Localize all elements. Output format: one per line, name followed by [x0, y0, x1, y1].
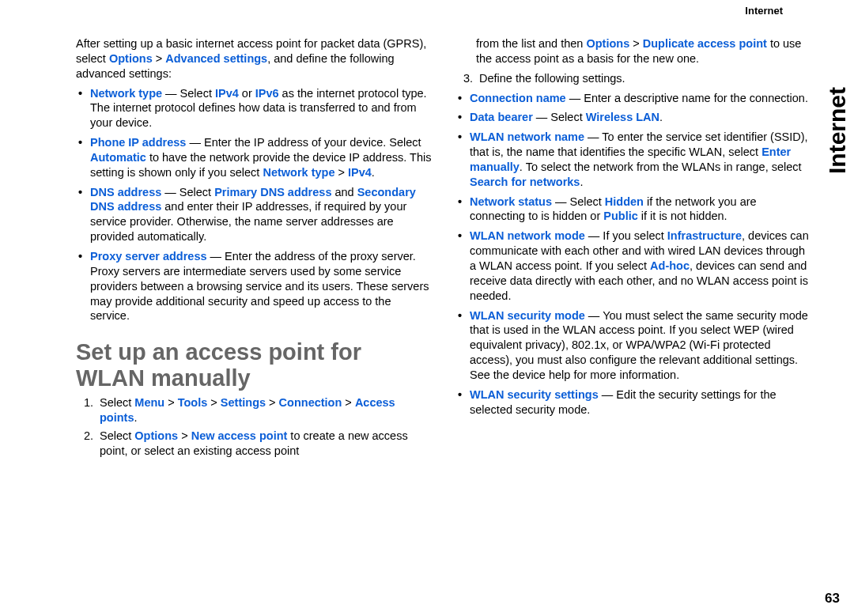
ipv4-link: IPv4: [348, 166, 372, 179]
step-3: Define the following settings.: [476, 71, 811, 86]
side-tab-label: Internet: [824, 16, 852, 174]
text: — Select: [552, 195, 605, 208]
list-item-dns: DNS address — Select Primary DNS address…: [90, 185, 432, 244]
infrastructure-link: Infrastructure: [667, 229, 742, 242]
text: — If you select: [585, 229, 667, 242]
text: .: [134, 411, 138, 424]
label: DNS address: [90, 186, 161, 198]
settings-link: Settings: [221, 396, 266, 409]
text: — Select: [162, 87, 215, 100]
text: if it is not hidden.: [638, 210, 727, 222]
separator: >: [342, 396, 355, 409]
separator: >: [178, 429, 191, 442]
step-2: Select Options > New access point to cre…: [96, 429, 432, 459]
section-title: Set up an access point for WLAN manually: [76, 339, 432, 391]
text: from the list and then: [476, 37, 586, 50]
list-item-network-type: Network type — Select IPv4 or IPv6 as th…: [90, 86, 432, 131]
list-item-phone-ip: Phone IP address — Enter the IP address …: [90, 135, 432, 180]
text: and: [331, 186, 357, 198]
wlan-settings-list: Connection name — Enter a descriptive na…: [455, 91, 811, 418]
list-item-proxy: Proxy server address — Enter the address…: [90, 249, 432, 323]
separator: >: [334, 166, 348, 179]
separator: >: [266, 396, 279, 409]
label: Data bearer: [470, 111, 533, 123]
list-item-wlan-mode: WLAN network mode — If you select Infras…: [470, 229, 811, 303]
primary-dns-link: Primary DNS address: [214, 186, 331, 198]
list-item-network-status: Network status — Select Hidden if the ne…: [470, 195, 811, 225]
text: .: [659, 111, 663, 123]
ipv4-link: IPv4: [215, 87, 239, 100]
label: Network type: [90, 87, 162, 100]
advanced-settings-list: Network type — Select IPv4 or IPv6 as th…: [76, 86, 432, 324]
list-item-wlan-name: WLAN network name — To enter the service…: [470, 130, 811, 189]
tools-link: Tools: [178, 396, 208, 409]
network-type-link: Network type: [263, 166, 334, 179]
text: . To select the network from the WLANs i…: [520, 161, 802, 173]
hidden-link: Hidden: [605, 195, 644, 208]
text: Select: [100, 429, 134, 442]
list-item-connection-name: Connection name — Enter a descriptive na…: [470, 91, 811, 106]
search-networks-link: Search for networks: [470, 176, 580, 188]
text: .: [580, 176, 583, 188]
label: WLAN security mode: [470, 309, 585, 322]
options-link: Options: [586, 37, 629, 50]
ipv6-link: IPv6: [255, 87, 279, 100]
list-item-wlan-security-settings: WLAN security settings — Edit the securi…: [470, 387, 811, 418]
two-column-layout: After setting up a basic internet access…: [76, 36, 811, 590]
separator: >: [164, 396, 178, 409]
separator: >: [153, 52, 166, 65]
separator: >: [629, 37, 643, 50]
ad-hoc-link: Ad-hoc: [650, 259, 690, 272]
new-access-point-link: New access point: [191, 429, 288, 442]
left-column: After setting up a basic internet access…: [76, 36, 432, 590]
label: Connection name: [470, 92, 566, 104]
text: — Select: [161, 186, 214, 198]
separator: >: [207, 396, 221, 409]
manual-page: { "header": { "topic": "Internet" }, "si…: [0, 0, 854, 616]
list-item-data-bearer: Data bearer — Select Wireless LAN.: [470, 110, 811, 125]
text: — Enter the IP address of your device. S…: [186, 136, 421, 149]
setup-steps-cont: Define the following settings.: [455, 71, 811, 86]
step-2-continued: from the list and then Options > Duplica…: [455, 36, 811, 66]
setup-steps: Select Menu > Tools > Settings > Connect…: [76, 395, 432, 458]
connection-link: Connection: [279, 396, 342, 409]
step-1: Select Menu > Tools > Settings > Connect…: [96, 395, 432, 425]
text: Select: [100, 396, 134, 409]
duplicate-access-point-link: Duplicate access point: [643, 37, 767, 50]
list-item-wlan-security-mode: WLAN security mode — You must select the…: [470, 308, 811, 383]
text: — Enter a descriptive name for the conne…: [566, 92, 808, 104]
label: WLAN network mode: [470, 229, 585, 242]
right-column: from the list and then Options > Duplica…: [455, 36, 811, 590]
menu-link: Menu: [134, 396, 164, 409]
wireless-lan-link: Wireless LAN: [586, 111, 659, 123]
text: — Select: [533, 111, 586, 123]
options-link: Options: [109, 52, 153, 65]
text: or: [239, 87, 255, 100]
label: Network status: [470, 195, 552, 208]
header-topic: Internet: [745, 5, 783, 17]
advanced-settings-link: Advanced settings: [165, 52, 267, 65]
page-number: 63: [825, 591, 840, 607]
label: Proxy server address: [90, 250, 207, 263]
intro-paragraph: After setting up a basic internet access…: [76, 36, 432, 81]
label: WLAN security settings: [470, 388, 599, 401]
public-link: Public: [603, 210, 638, 222]
text: .: [372, 166, 375, 179]
label: Phone IP address: [90, 136, 186, 149]
options-link: Options: [134, 429, 178, 442]
label: WLAN network name: [470, 130, 584, 143]
automatic-link: Automatic: [90, 151, 146, 164]
